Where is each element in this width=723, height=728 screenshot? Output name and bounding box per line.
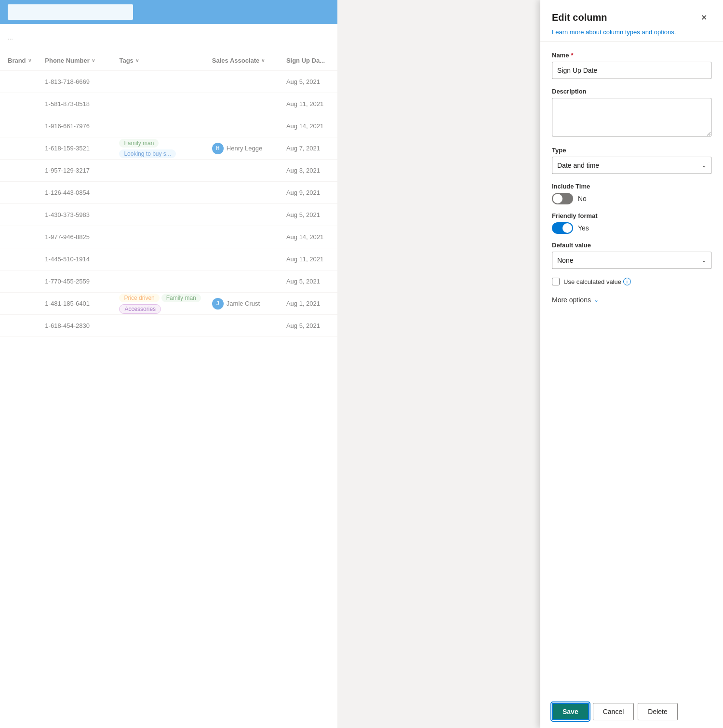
include-time-track bbox=[552, 193, 573, 204]
panel-title: Edit column bbox=[552, 12, 607, 23]
default-value-label: Default value bbox=[552, 242, 711, 249]
more-options-label: More options bbox=[552, 296, 591, 304]
delete-button[interactable]: Delete bbox=[638, 703, 677, 720]
panel-title-row: Edit column ✕ bbox=[552, 10, 711, 25]
name-input[interactable] bbox=[552, 62, 711, 79]
calculated-value-row: Use calculated value i bbox=[552, 278, 711, 285]
include-time-toggle-row: No bbox=[552, 193, 711, 204]
calculated-value-label: Use calculated value i bbox=[563, 278, 631, 285]
default-value-select[interactable]: None Today Custom bbox=[552, 252, 711, 269]
panel-learn-more-link[interactable]: Learn more about column types and option… bbox=[552, 28, 676, 36]
name-field-group: Name * bbox=[552, 52, 711, 79]
overlay bbox=[0, 0, 337, 728]
save-button[interactable]: Save bbox=[552, 703, 589, 720]
type-field-group: Type Date and time Text Number Yes/No Pe… bbox=[552, 147, 711, 174]
include-time-thumb bbox=[553, 194, 562, 203]
friendly-format-toggle-row: Yes bbox=[552, 222, 711, 234]
edit-column-panel: Edit column ✕ Learn more about column ty… bbox=[540, 0, 723, 728]
type-select-wrapper: Date and time Text Number Yes/No Person … bbox=[552, 157, 711, 174]
include-time-label-text: No bbox=[578, 195, 587, 202]
calculated-value-checkbox[interactable] bbox=[552, 278, 560, 285]
more-options-chevron-icon: ⌄ bbox=[594, 297, 599, 303]
default-value-select-wrapper: None Today Custom ⌄ bbox=[552, 252, 711, 269]
panel-footer: Save Cancel Delete bbox=[540, 695, 723, 728]
friendly-format-track bbox=[552, 222, 573, 234]
include-time-section-label: Include Time bbox=[552, 183, 711, 190]
type-select[interactable]: Date and time Text Number Yes/No Person … bbox=[552, 157, 711, 174]
close-button[interactable]: ✕ bbox=[696, 10, 711, 25]
description-field-group: Description bbox=[552, 88, 711, 138]
name-label: Name * bbox=[552, 52, 711, 59]
default-value-field-group: Default value None Today Custom ⌄ bbox=[552, 242, 711, 269]
type-label: Type bbox=[552, 147, 711, 154]
friendly-format-label-text: Yes bbox=[578, 224, 589, 232]
panel-header: Edit column ✕ Learn more about column ty… bbox=[540, 0, 723, 42]
friendly-format-thumb bbox=[562, 223, 572, 233]
cancel-button[interactable]: Cancel bbox=[593, 703, 634, 720]
panel-body: Name * Description Type Date and time Te… bbox=[540, 42, 723, 695]
friendly-format-toggle[interactable] bbox=[552, 222, 573, 234]
friendly-format-section-label: Friendly format bbox=[552, 212, 711, 219]
description-label: Description bbox=[552, 88, 711, 95]
include-time-toggle[interactable] bbox=[552, 193, 573, 204]
description-textarea[interactable] bbox=[552, 98, 711, 136]
info-icon[interactable]: i bbox=[623, 278, 631, 285]
required-star: * bbox=[571, 52, 573, 59]
more-options-button[interactable]: More options ⌄ bbox=[552, 294, 599, 306]
